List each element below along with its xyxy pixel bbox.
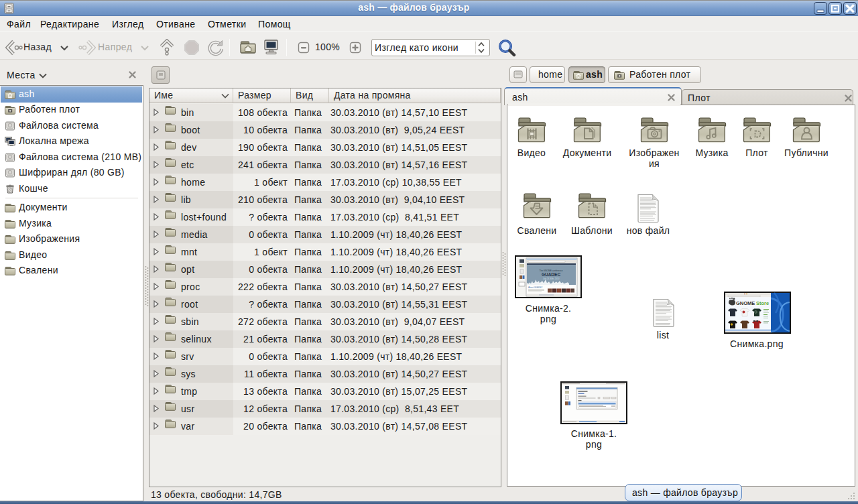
svg-text:GUADEC: GUADEC <box>542 272 560 277</box>
svg-text:July 24-30th, 2010: July 24-30th, 2010 <box>543 277 560 280</box>
svg-text:About GUADEC: About GUADEC <box>528 286 543 289</box>
svg-text:GNOME: GNOME <box>736 300 755 306</box>
svg-text:Store: Store <box>756 300 769 306</box>
